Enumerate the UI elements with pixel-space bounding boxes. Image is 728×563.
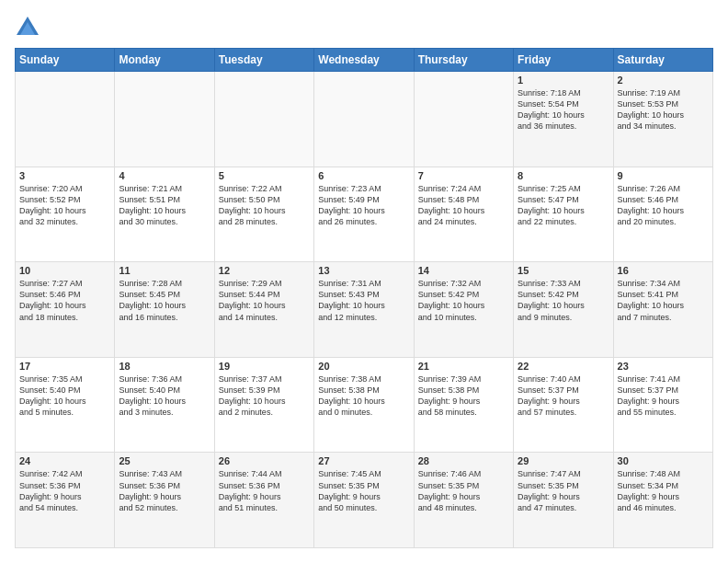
day-number: 6: [318, 170, 409, 181]
header-thursday: Thursday: [414, 49, 513, 72]
day-info: Sunrise: 7:24 AM Sunset: 5:48 PM Dayligh…: [418, 183, 509, 228]
day-info: Sunrise: 7:36 AM Sunset: 5:40 PM Dayligh…: [119, 373, 210, 419]
day-info: Sunrise: 7:22 AM Sunset: 5:50 PM Dayligh…: [219, 183, 310, 228]
calendar-cell: 23Sunrise: 7:41 AM Sunset: 5:37 PM Dayli…: [613, 357, 712, 453]
calendar-cell: 18Sunrise: 7:36 AM Sunset: 5:40 PM Dayli…: [115, 357, 214, 453]
calendar-header-row: SundayMondayTuesdayWednesdayThursdayFrid…: [16, 49, 713, 72]
header-saturday: Saturday: [613, 49, 712, 72]
calendar-cell: 25Sunrise: 7:43 AM Sunset: 5:36 PM Dayli…: [115, 453, 214, 548]
day-number: 27: [318, 455, 409, 466]
day-info: Sunrise: 7:40 AM Sunset: 5:37 PM Dayligh…: [518, 373, 609, 419]
day-info: Sunrise: 7:33 AM Sunset: 5:42 PM Dayligh…: [518, 278, 609, 323]
logo-icon: [15, 15, 40, 40]
day-info: Sunrise: 7:38 AM Sunset: 5:38 PM Dayligh…: [318, 373, 409, 419]
day-number: 21: [418, 361, 509, 372]
header-monday: Monday: [115, 49, 214, 72]
day-info: Sunrise: 7:25 AM Sunset: 5:47 PM Dayligh…: [518, 183, 609, 228]
day-number: 22: [518, 361, 609, 372]
day-number: 25: [119, 455, 210, 466]
calendar-cell: 30Sunrise: 7:48 AM Sunset: 5:34 PM Dayli…: [613, 453, 712, 548]
day-info: Sunrise: 7:39 AM Sunset: 5:38 PM Dayligh…: [418, 373, 509, 419]
calendar-cell: 27Sunrise: 7:45 AM Sunset: 5:35 PM Dayli…: [314, 453, 414, 548]
page: SundayMondayTuesdayWednesdayThursdayFrid…: [0, 0, 728, 563]
calendar-cell: 26Sunrise: 7:44 AM Sunset: 5:36 PM Dayli…: [214, 453, 313, 548]
day-info: Sunrise: 7:31 AM Sunset: 5:43 PM Dayligh…: [318, 278, 409, 323]
calendar-cell: 6Sunrise: 7:23 AM Sunset: 5:49 PM Daylig…: [314, 167, 414, 262]
calendar-cell: [214, 72, 313, 167]
day-number: 1: [518, 75, 609, 86]
day-info: Sunrise: 7:26 AM Sunset: 5:46 PM Dayligh…: [618, 183, 709, 228]
calendar-cell: 8Sunrise: 7:25 AM Sunset: 5:47 PM Daylig…: [514, 167, 613, 262]
day-number: 9: [618, 170, 709, 181]
day-number: 3: [19, 170, 110, 181]
day-info: Sunrise: 7:46 AM Sunset: 5:35 PM Dayligh…: [418, 468, 509, 513]
header-tuesday: Tuesday: [214, 49, 313, 72]
calendar-cell: 20Sunrise: 7:38 AM Sunset: 5:38 PM Dayli…: [314, 357, 414, 453]
day-number: 11: [119, 265, 210, 276]
calendar-cell: 11Sunrise: 7:28 AM Sunset: 5:45 PM Dayli…: [115, 262, 214, 358]
day-number: 4: [119, 170, 210, 181]
day-info: Sunrise: 7:19 AM Sunset: 5:53 PM Dayligh…: [618, 87, 709, 132]
day-number: 8: [518, 170, 609, 181]
day-number: 2: [618, 75, 709, 86]
day-info: Sunrise: 7:20 AM Sunset: 5:52 PM Dayligh…: [19, 183, 110, 228]
week-row-1: 3Sunrise: 7:20 AM Sunset: 5:52 PM Daylig…: [16, 167, 713, 262]
day-number: 23: [618, 361, 709, 372]
day-number: 10: [19, 265, 110, 276]
day-number: 29: [518, 455, 609, 466]
day-info: Sunrise: 7:27 AM Sunset: 5:46 PM Dayligh…: [19, 278, 110, 323]
day-info: Sunrise: 7:44 AM Sunset: 5:36 PM Dayligh…: [219, 468, 310, 513]
week-row-3: 17Sunrise: 7:35 AM Sunset: 5:40 PM Dayli…: [16, 357, 713, 453]
calendar-cell: 29Sunrise: 7:47 AM Sunset: 5:35 PM Dayli…: [514, 453, 613, 548]
day-info: Sunrise: 7:23 AM Sunset: 5:49 PM Dayligh…: [318, 183, 409, 228]
calendar-cell: [314, 72, 414, 167]
calendar-cell: 17Sunrise: 7:35 AM Sunset: 5:40 PM Dayli…: [16, 357, 115, 453]
day-number: 7: [418, 170, 509, 181]
week-row-2: 10Sunrise: 7:27 AM Sunset: 5:46 PM Dayli…: [16, 262, 713, 358]
calendar-cell: 13Sunrise: 7:31 AM Sunset: 5:43 PM Dayli…: [314, 262, 414, 358]
day-number: 20: [318, 361, 409, 372]
day-info: Sunrise: 7:37 AM Sunset: 5:39 PM Dayligh…: [219, 373, 310, 419]
calendar-cell: 10Sunrise: 7:27 AM Sunset: 5:46 PM Dayli…: [16, 262, 115, 358]
calendar-cell: 22Sunrise: 7:40 AM Sunset: 5:37 PM Dayli…: [514, 357, 613, 453]
calendar-table: SundayMondayTuesdayWednesdayThursdayFrid…: [15, 48, 713, 548]
day-number: 18: [119, 361, 210, 372]
day-number: 26: [219, 455, 310, 466]
calendar-cell: [115, 72, 214, 167]
day-number: 19: [219, 361, 310, 372]
day-number: 15: [518, 265, 609, 276]
day-number: 12: [219, 265, 310, 276]
calendar-cell: 19Sunrise: 7:37 AM Sunset: 5:39 PM Dayli…: [214, 357, 313, 453]
day-number: 28: [418, 455, 509, 466]
header: [15, 15, 713, 40]
calendar-cell: 28Sunrise: 7:46 AM Sunset: 5:35 PM Dayli…: [414, 453, 513, 548]
header-wednesday: Wednesday: [314, 49, 414, 72]
header-sunday: Sunday: [16, 49, 115, 72]
calendar-cell: 7Sunrise: 7:24 AM Sunset: 5:48 PM Daylig…: [414, 167, 513, 262]
day-number: 16: [618, 265, 709, 276]
day-info: Sunrise: 7:45 AM Sunset: 5:35 PM Dayligh…: [318, 468, 409, 513]
day-info: Sunrise: 7:43 AM Sunset: 5:36 PM Dayligh…: [119, 468, 210, 513]
calendar-cell: 14Sunrise: 7:32 AM Sunset: 5:42 PM Dayli…: [414, 262, 513, 358]
logo: [15, 15, 42, 40]
calendar-cell: 2Sunrise: 7:19 AM Sunset: 5:53 PM Daylig…: [613, 72, 712, 167]
calendar-cell: 3Sunrise: 7:20 AM Sunset: 5:52 PM Daylig…: [16, 167, 115, 262]
day-number: 24: [19, 455, 110, 466]
day-info: Sunrise: 7:41 AM Sunset: 5:37 PM Dayligh…: [618, 373, 709, 419]
day-number: 13: [318, 265, 409, 276]
day-info: Sunrise: 7:47 AM Sunset: 5:35 PM Dayligh…: [518, 468, 609, 513]
calendar-cell: 16Sunrise: 7:34 AM Sunset: 5:41 PM Dayli…: [613, 262, 712, 358]
week-row-4: 24Sunrise: 7:42 AM Sunset: 5:36 PM Dayli…: [16, 453, 713, 548]
header-friday: Friday: [514, 49, 613, 72]
calendar-cell: 9Sunrise: 7:26 AM Sunset: 5:46 PM Daylig…: [613, 167, 712, 262]
day-info: Sunrise: 7:42 AM Sunset: 5:36 PM Dayligh…: [19, 468, 110, 513]
day-info: Sunrise: 7:34 AM Sunset: 5:41 PM Dayligh…: [618, 278, 709, 323]
calendar-cell: 21Sunrise: 7:39 AM Sunset: 5:38 PM Dayli…: [414, 357, 513, 453]
calendar-cell: 5Sunrise: 7:22 AM Sunset: 5:50 PM Daylig…: [214, 167, 313, 262]
calendar-cell: 24Sunrise: 7:42 AM Sunset: 5:36 PM Dayli…: [16, 453, 115, 548]
day-info: Sunrise: 7:28 AM Sunset: 5:45 PM Dayligh…: [119, 278, 210, 323]
calendar-cell: 12Sunrise: 7:29 AM Sunset: 5:44 PM Dayli…: [214, 262, 313, 358]
calendar-cell: [414, 72, 513, 167]
day-info: Sunrise: 7:32 AM Sunset: 5:42 PM Dayligh…: [418, 278, 509, 323]
calendar-cell: [16, 72, 115, 167]
